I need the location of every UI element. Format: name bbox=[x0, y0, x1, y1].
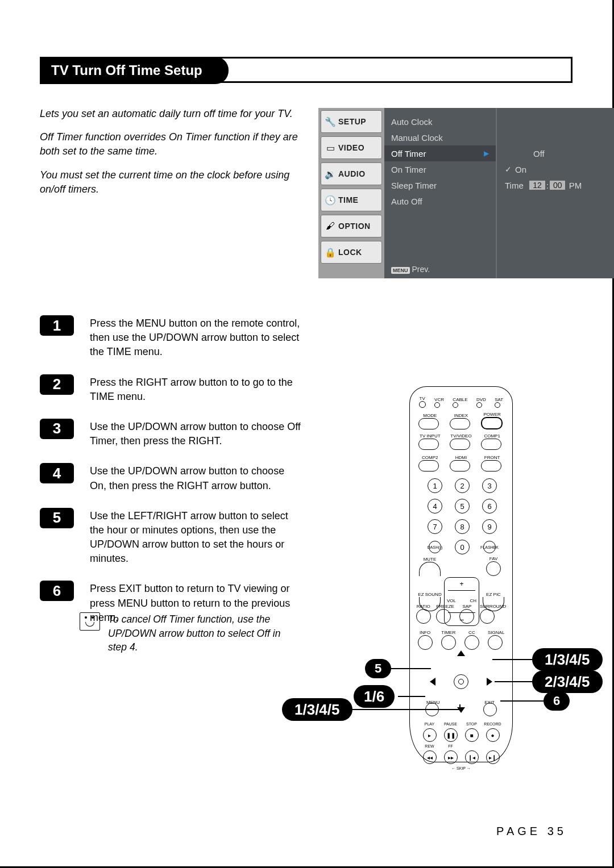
screen-icon: ▭ bbox=[325, 142, 336, 153]
rew-button: ◂◂ bbox=[423, 750, 437, 764]
callout-menu: 1/6 bbox=[354, 685, 395, 708]
leader-line bbox=[351, 709, 459, 710]
page-number: PAGE 35 bbox=[496, 825, 567, 838]
leader-line bbox=[492, 659, 532, 660]
btn-label-skip bbox=[483, 744, 503, 748]
dpad-left-icon bbox=[430, 678, 435, 686]
comp2-button bbox=[418, 460, 439, 471]
mode-button bbox=[418, 418, 439, 429]
check-icon: ✓ bbox=[505, 165, 512, 174]
btn-label-tvinput: TV INPUT bbox=[418, 433, 441, 439]
osd-tab-time: 🕓 TIME bbox=[321, 189, 382, 211]
osd-submenu: Auto Clock Manual Clock Off Timer ▶ On T… bbox=[384, 108, 496, 278]
osd-prev-hint: MENUPrev. bbox=[391, 265, 430, 274]
num-1-button: 1 bbox=[428, 478, 442, 493]
intro-p2: Off Timer function overrides On Timer fu… bbox=[40, 130, 301, 158]
menu-badge: MENU bbox=[391, 267, 410, 274]
plus-icon: + bbox=[445, 580, 479, 588]
btn-label-timer: TIMER bbox=[441, 630, 456, 635]
led-icon bbox=[495, 402, 500, 408]
step-number: 2 bbox=[40, 374, 74, 395]
step-number: 4 bbox=[40, 463, 74, 483]
tvinput-button bbox=[418, 439, 439, 450]
tip-text: To cancel Off Timer function, use the UP… bbox=[108, 612, 284, 654]
osd-tab-label: LOCK bbox=[338, 248, 362, 257]
osd-opt-on: ✓On bbox=[505, 161, 606, 177]
num-9-button: 9 bbox=[482, 519, 497, 534]
osd-item-auto-clock: Auto Clock bbox=[391, 114, 489, 130]
btn-label-surround: SURROUND bbox=[480, 604, 506, 609]
num-6-button: 6 bbox=[482, 499, 497, 514]
clock-icon: 🕓 bbox=[325, 194, 336, 206]
osd-tab-label: OPTION bbox=[338, 222, 371, 231]
led-label-tv: TV bbox=[419, 396, 426, 401]
mute-button bbox=[419, 562, 441, 576]
dpad-center-button bbox=[454, 674, 468, 689]
osd-item-on-timer: On Timer bbox=[391, 161, 489, 177]
step-text: Use the LEFT/RIGHT arrow button to selec… bbox=[90, 508, 301, 566]
brush-icon: 🖌 bbox=[325, 220, 336, 232]
surround-button bbox=[480, 609, 495, 624]
hdmi-button bbox=[450, 460, 470, 471]
fav-button bbox=[486, 561, 501, 576]
led-icon bbox=[434, 402, 440, 408]
num-8-button: 8 bbox=[455, 519, 470, 534]
remote-led-row: TV VCR CABLE DVD SAT bbox=[410, 396, 512, 408]
led-label-vcr: VCR bbox=[434, 397, 444, 402]
leader-line bbox=[495, 681, 532, 682]
leader-line bbox=[500, 700, 544, 702]
remote-row-ratio: RATIO FREEZE SAP SURROUND bbox=[410, 604, 512, 624]
cc-button bbox=[464, 635, 479, 650]
play-button: ▸ bbox=[423, 728, 437, 742]
led-label-cable: CABLE bbox=[453, 397, 467, 402]
speaker-icon: 🔉 bbox=[325, 168, 336, 180]
osd-tab-video: ▭ VIDEO bbox=[321, 136, 382, 159]
osd-tab-setup: 🔧 SETUP bbox=[321, 110, 382, 133]
ratio-button bbox=[416, 609, 431, 624]
osd-sidebar: 🔧 SETUP ▭ VIDEO 🔉 AUDIO 🕓 TIME 🖌 OPTION … bbox=[318, 108, 384, 278]
num-2-button: 2 bbox=[455, 478, 470, 493]
index-button bbox=[450, 418, 470, 429]
wrench-icon: 🔧 bbox=[325, 116, 336, 127]
remote-row-inputs2: COMP2 HDMI FRONT bbox=[410, 455, 512, 471]
osd-time-hour: 12 bbox=[529, 181, 545, 190]
remote-transport: PLAY PAUSE STOP RECORD ▸ ❚❚ ■ ● REW FF bbox=[410, 722, 512, 770]
dpad-right-icon bbox=[487, 678, 492, 686]
btn-label-ezsound: EZ SOUND bbox=[416, 592, 444, 597]
callout-left: 5 bbox=[365, 659, 391, 678]
btn-label-stop: STOP bbox=[462, 722, 482, 726]
osd-screenshot: 🔧 SETUP ▭ VIDEO 🔉 AUDIO 🕓 TIME 🖌 OPTION … bbox=[318, 108, 614, 278]
dash-button: DASH(-) bbox=[429, 541, 441, 553]
rocker-vol-label: VOL bbox=[447, 598, 456, 603]
leader-line bbox=[398, 696, 425, 697]
dpad-up-icon bbox=[457, 650, 465, 656]
btn-label-power: POWER bbox=[481, 412, 504, 417]
exit-button bbox=[483, 703, 497, 716]
num-4-button: 4 bbox=[428, 499, 442, 514]
sap-button bbox=[459, 609, 474, 624]
info-button bbox=[418, 635, 433, 650]
osd-item-sleep-timer: Sleep Timer bbox=[391, 177, 489, 193]
tip-box: To cancel Off Timer function, use the UP… bbox=[80, 612, 284, 654]
osd-time-minute: 00 bbox=[550, 181, 566, 190]
osd-tab-label: VIDEO bbox=[338, 143, 364, 152]
num-5-button: 5 bbox=[455, 499, 470, 514]
num-0-button: 0 bbox=[455, 540, 470, 554]
osd-tab-option: 🖌 OPTION bbox=[321, 215, 382, 237]
remote-diagram: TV VCR CABLE DVD SAT MODE INDEX POWER TV… bbox=[409, 386, 513, 762]
btn-label-pause: PAUSE bbox=[441, 722, 460, 726]
step-number: 5 bbox=[40, 508, 74, 528]
steps-list: 1 Press the MENU button on the remote co… bbox=[40, 315, 301, 640]
flashbk-button: FLASHBK bbox=[483, 541, 496, 553]
leader-line bbox=[459, 704, 460, 710]
btn-label-freeze: FREEZE bbox=[436, 604, 454, 609]
num-3-button: 3 bbox=[482, 478, 497, 493]
btn-label-signal: SIGNAL bbox=[488, 630, 504, 635]
btn-label-fav: FAV bbox=[479, 556, 508, 561]
step-text: Press the MENU button on the remote cont… bbox=[90, 315, 301, 360]
osd-tab-label: SETUP bbox=[338, 117, 366, 126]
osd-time-ampm: PM bbox=[569, 181, 582, 190]
ff-button: ▸▸ bbox=[444, 750, 458, 764]
remote-row-info: INFO TIMER CC SIGNAL bbox=[410, 630, 512, 650]
step-text: Use the UP/DOWN arrow button to choose O… bbox=[90, 419, 301, 448]
